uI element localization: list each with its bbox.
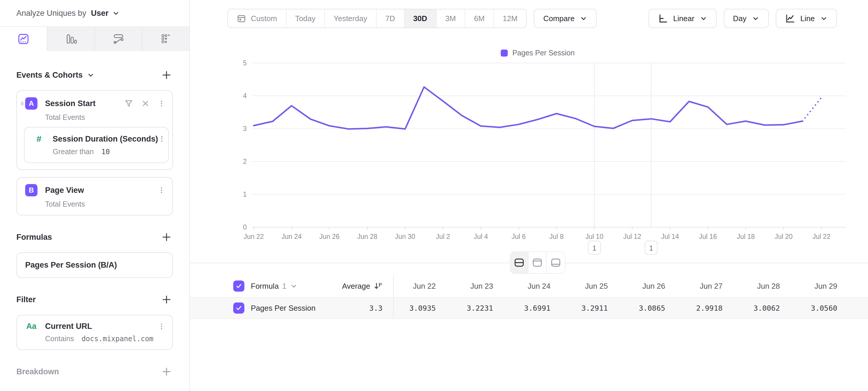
close-icon[interactable] (141, 100, 150, 108)
filter-condition[interactable]: Contains docs.mixpanel.com (17, 331, 173, 343)
kebab-menu-icon[interactable] (158, 99, 165, 108)
date-cell-value: 3.0062 (738, 304, 795, 312)
events-section-title[interactable]: Events & Cohorts (17, 71, 95, 80)
tab-metric-dots[interactable] (143, 27, 189, 51)
event-row: A Session Start (17, 91, 173, 110)
layout-chart-only-button[interactable] (529, 252, 547, 273)
line-chart: 01234511Jun 22Jun 24Jun 26Jun 28Jun 30Ju… (190, 0, 868, 261)
table-header-row: Formula 1 Average Jun 22Jun 23Jun 24Jun … (190, 275, 868, 297)
analyze-label: Analyze Uniques by (17, 9, 86, 18)
filter-icon[interactable] (124, 99, 133, 108)
chevron-down-icon (112, 9, 120, 17)
tab-insights-line-chart[interactable] (0, 27, 48, 51)
date-column-header[interactable]: Jun 24 (508, 282, 566, 291)
date-cell-value: 3.0560 (795, 304, 852, 312)
date-column-header[interactable]: Jun 28 (738, 282, 795, 291)
query-sidebar: Analyze Uniques by User Events & Cohorts… (0, 0, 190, 391)
add-breakdown-button[interactable] (160, 365, 173, 378)
insights-line-chart-icon (17, 32, 30, 46)
x-tick-label: Jul 4 (474, 233, 488, 240)
date-cell-value: 3.2231 (451, 304, 508, 312)
event-name: Page View (45, 186, 84, 195)
plus-icon (161, 232, 172, 243)
annotation-count: 1 (649, 244, 653, 252)
y-tick-label: 3 (243, 125, 247, 133)
filter-row: Aa Current URL (17, 315, 173, 331)
chevron-down-icon (290, 282, 298, 290)
layout-table-only-icon (550, 257, 561, 268)
y-tick-label: 0 (243, 223, 247, 231)
filter-card-current-url[interactable]: Aa Current URL Contains docs.mixpanel.co… (17, 315, 173, 350)
kebab-menu-icon (158, 99, 165, 108)
chevron-down-icon (87, 71, 95, 79)
close-icon (141, 100, 150, 108)
kebab-menu-icon[interactable] (158, 135, 166, 143)
table-row[interactable]: Pages Per Session 3.3 3.09353.22313.6991… (190, 297, 868, 319)
x-tick-label: Jun 22 (244, 233, 264, 240)
date-cell-value: 3.0935 (394, 304, 451, 312)
filter-condition[interactable]: Greater than 10 (25, 144, 168, 156)
plus-icon (161, 70, 172, 80)
layout-split-icon (514, 257, 525, 268)
event-aggregation[interactable]: Total Events (17, 110, 173, 122)
property-name: Session Duration (Seconds) (53, 135, 158, 144)
drag-handle-icon[interactable] (19, 100, 26, 108)
y-tick-label: 2 (243, 158, 247, 165)
layout-toggle-group (510, 251, 565, 274)
series-line[interactable] (254, 87, 802, 129)
formulas-section-title: Formulas (17, 233, 52, 242)
filter-value[interactable]: docs.mixpanel.com (82, 335, 154, 343)
event-card-session-start[interactable]: A Session Start Total Events # Session D… (17, 90, 173, 170)
header-checkbox-cell (233, 280, 251, 291)
breakdown-section-title: Breakdown (17, 367, 59, 376)
layout-split-button[interactable] (510, 252, 529, 273)
analyze-by-selector[interactable]: User (91, 9, 120, 18)
numeric-filter-card[interactable]: # Session Duration (Seconds) Greater tha… (24, 127, 169, 163)
select-all-checkbox[interactable] (233, 280, 244, 291)
kebab-menu-icon[interactable] (158, 322, 165, 331)
layout-table-only-button[interactable] (547, 252, 565, 273)
chevron-down-icon (290, 282, 298, 290)
event-actions (124, 99, 165, 108)
date-column-header[interactable]: Jun 25 (566, 282, 623, 291)
drag-handle-icon (19, 100, 26, 107)
sort-descending-icon[interactable] (374, 282, 382, 290)
x-tick-label: Jul 20 (775, 233, 793, 240)
event-badge: B (25, 184, 37, 196)
filter-row: # Session Duration (Seconds) (25, 128, 168, 144)
annotation-count: 1 (592, 244, 596, 252)
x-tick-label: Jun 30 (395, 233, 415, 240)
date-column-header[interactable]: Jun 23 (451, 282, 508, 291)
add-event-button[interactable] (160, 68, 173, 82)
x-tick-label: Jul 10 (585, 233, 603, 240)
check-icon (235, 304, 243, 312)
add-filter-button[interactable] (160, 293, 173, 306)
date-column-header[interactable]: Jun 29 (795, 282, 852, 291)
flow-chart-icon (112, 32, 125, 46)
row-checkbox[interactable] (233, 303, 244, 314)
tab-flow-chart[interactable] (95, 27, 143, 51)
x-tick-label: Jul 2 (436, 233, 450, 240)
date-column-header[interactable]: Jun 22 (394, 282, 451, 291)
date-column-header[interactable]: Jun 26 (623, 282, 680, 291)
event-card-page-view[interactable]: B Page View Total Events (17, 177, 173, 216)
filter-section-title: Filter (17, 295, 36, 304)
kebab-menu-icon (158, 322, 165, 331)
add-formula-button[interactable] (160, 231, 173, 244)
tab-bar-chart[interactable] (48, 27, 95, 51)
row-average-cell: 3.3 (333, 304, 382, 312)
date-cell-value: 3.6991 (508, 304, 566, 312)
x-tick-label: Jul 18 (737, 233, 755, 240)
date-column-header[interactable]: Jun 27 (680, 282, 738, 291)
formula-header-cell[interactable]: Formula 1 (251, 282, 333, 291)
formula-card[interactable]: Pages Per Session (B/A) (17, 252, 173, 278)
property-name: Current URL (45, 322, 92, 331)
event-name: Session Start (45, 99, 96, 108)
analyze-by-value: User (91, 9, 108, 18)
breakdown-section-head: Breakdown (17, 365, 173, 378)
filter-value[interactable]: 10 (101, 148, 110, 156)
average-header-cell[interactable]: Average (333, 282, 382, 291)
chart-type-tabstrip (0, 27, 189, 51)
kebab-menu-icon[interactable] (158, 186, 165, 195)
event-aggregation[interactable]: Total Events (17, 196, 173, 208)
